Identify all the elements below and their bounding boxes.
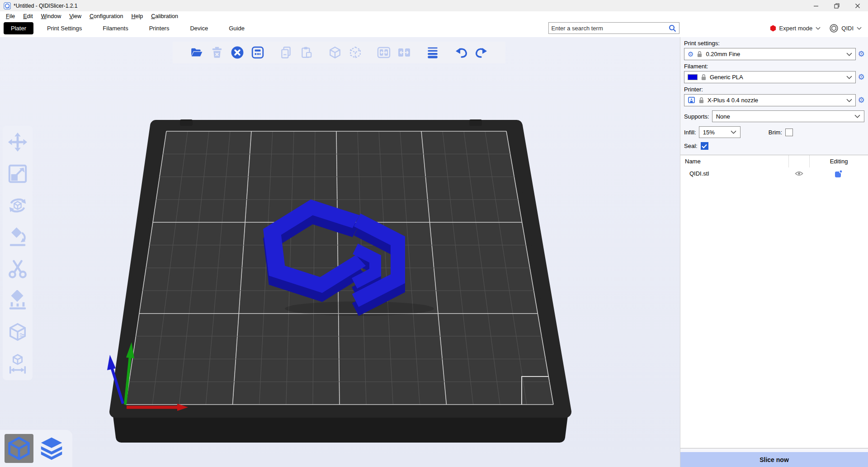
rotate-button[interactable] (7, 195, 28, 216)
mode-selector[interactable]: Expert mode (770, 25, 821, 32)
lock-icon (697, 51, 703, 57)
close-icon (855, 3, 860, 9)
printer-icon (688, 96, 695, 104)
seal-checkbox[interactable] (701, 142, 708, 150)
minimize-icon (813, 3, 819, 9)
object-list: Name Editing QIDI.stl (680, 155, 868, 448)
paste-button[interactable] (298, 44, 315, 61)
open-button[interactable] (189, 44, 205, 61)
slice-now-button[interactable]: Slice now (680, 452, 868, 467)
print-settings-label: Print settings: (684, 40, 864, 47)
chevron-down-icon (854, 114, 860, 118)
tab-print-settings[interactable]: Print Settings (40, 22, 89, 34)
paste-icon (300, 46, 313, 59)
undo-icon (454, 46, 468, 59)
sidebar: Print settings: ⚙ 0.20mm Fine ⚙ Filament… (680, 37, 868, 467)
filament-color-swatch (688, 74, 698, 80)
menu-help[interactable]: Help (127, 12, 147, 20)
print-settings-combo[interactable]: ⚙ 0.20mm Fine (684, 48, 856, 60)
account-menu[interactable]: QIDI (830, 24, 862, 33)
close-button[interactable] (847, 0, 868, 11)
print-settings-gear-button[interactable]: ⚙ (856, 49, 867, 59)
brim-checkbox[interactable] (785, 129, 793, 136)
print-bed-scene (0, 37, 680, 467)
tab-guide[interactable]: Guide (222, 22, 252, 34)
check-icon (702, 144, 707, 148)
gizmo-toolbar (3, 126, 33, 380)
tab-plater[interactable]: Plater (4, 22, 33, 34)
arrange-button[interactable] (250, 44, 266, 61)
supports-value: None (716, 113, 730, 120)
delete-button[interactable] (209, 44, 225, 61)
delete-all-icon (231, 46, 244, 59)
seam-button[interactable] (7, 321, 28, 343)
printer-label: Printer: (684, 86, 864, 93)
place-on-face-button[interactable] (7, 226, 28, 248)
restore-button[interactable] (826, 0, 847, 11)
qidi-account-icon (830, 24, 838, 33)
infill-select[interactable]: 15% (699, 126, 741, 138)
plater-3d-viewport[interactable] (0, 37, 680, 467)
scale-button[interactable] (7, 163, 28, 185)
filament-combo[interactable]: Generic PLA (684, 71, 856, 83)
visibility-toggle[interactable] (788, 171, 809, 176)
tab-filaments[interactable]: Filaments (95, 22, 135, 34)
tab-printers[interactable]: Printers (142, 22, 177, 34)
arrange-icon (251, 46, 264, 59)
delete-all-button[interactable] (229, 44, 245, 61)
seam-icon (7, 322, 28, 343)
menu-window[interactable]: Window (37, 12, 65, 20)
restore-icon (834, 3, 840, 9)
editor-cube-icon (5, 435, 33, 462)
object-list-header: Name Editing (680, 155, 868, 167)
move-button[interactable] (7, 131, 28, 153)
split-to-parts-button[interactable] (396, 44, 412, 61)
editor-view-button[interactable] (5, 434, 33, 463)
editing-button[interactable] (809, 170, 868, 178)
menu-configuration[interactable]: Configuration (85, 12, 127, 20)
menu-view[interactable]: View (65, 12, 85, 20)
minimize-button[interactable] (806, 0, 826, 11)
chevron-down-icon (846, 76, 852, 79)
chevron-down-icon (731, 130, 736, 134)
menu-edit[interactable]: Edit (19, 12, 37, 20)
redo-icon (475, 46, 488, 59)
tab-device[interactable]: Device (183, 22, 215, 34)
preview-view-button[interactable] (37, 434, 66, 463)
brim-label: Brim: (769, 129, 782, 136)
supports-select[interactable]: None (712, 110, 864, 122)
gear-icon: ⚙ (688, 51, 693, 57)
measure-button[interactable] (7, 353, 28, 375)
split-to-objects-button[interactable] (376, 44, 392, 61)
printer-gear-button[interactable]: ⚙ (856, 95, 867, 105)
remove-instance-button[interactable] (347, 44, 363, 61)
split-to-parts-icon (397, 46, 411, 59)
infill-label: Infill: (684, 129, 696, 136)
redo-button[interactable] (473, 44, 490, 61)
menu-bar: File Edit Window View Configuration Help… (0, 11, 868, 21)
copy-button[interactable] (278, 44, 294, 61)
paint-supports-button[interactable] (7, 290, 28, 311)
menu-file[interactable]: File (2, 12, 19, 20)
layers-icon (426, 46, 439, 59)
undo-button[interactable] (453, 44, 469, 61)
lock-icon (701, 74, 707, 81)
menu-calibration[interactable]: Calibration (147, 12, 182, 20)
search-input[interactable] (552, 25, 669, 32)
cut-button[interactable] (7, 258, 28, 280)
move-icon (7, 132, 28, 152)
tab-bar: Plater Print Settings Filaments Printers… (0, 21, 868, 37)
open-folder-icon (190, 46, 203, 59)
variable-layer-height-button[interactable] (425, 44, 441, 61)
search-box[interactable] (548, 22, 679, 34)
preview-layers-icon (38, 435, 65, 462)
add-instance-icon (328, 46, 342, 59)
view-mode-switch (0, 430, 72, 467)
add-instance-button[interactable] (327, 44, 343, 61)
cut-scissors-icon (7, 258, 28, 279)
print-settings-value: 0.20mm Fine (706, 51, 740, 57)
printer-combo[interactable]: X-Plus 4 0.4 nozzle (684, 94, 856, 106)
object-row[interactable]: QIDI.stl (680, 167, 868, 180)
filament-gear-button[interactable]: ⚙ (856, 72, 867, 82)
chevron-down-icon (846, 52, 852, 56)
